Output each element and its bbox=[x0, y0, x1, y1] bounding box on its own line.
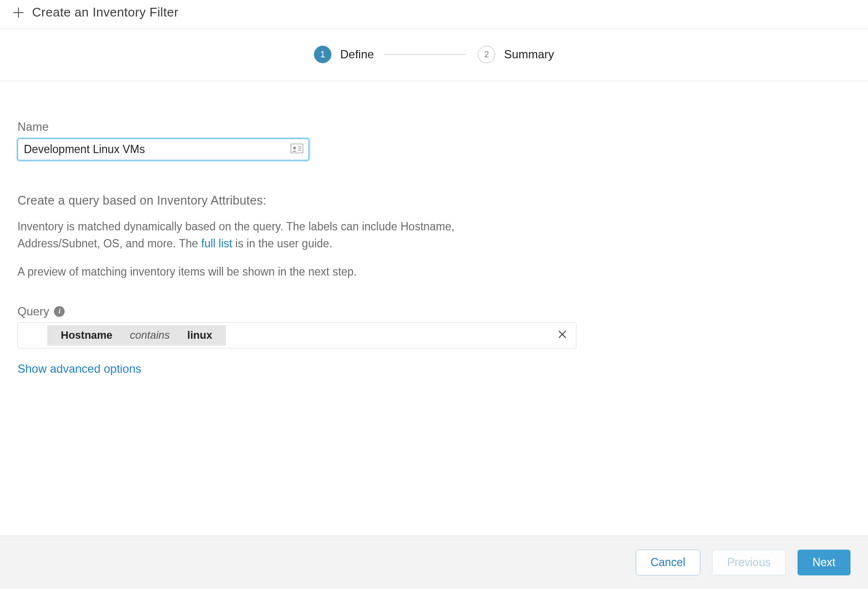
step-number: 2 bbox=[478, 46, 495, 63]
full-list-link[interactable]: full list bbox=[201, 237, 232, 250]
name-input[interactable] bbox=[17, 139, 309, 160]
plus-icon bbox=[12, 6, 25, 19]
wizard-footer: Cancel Previous Next bbox=[0, 536, 868, 589]
step-define[interactable]: 1 Define bbox=[314, 46, 374, 63]
info-icon[interactable]: i bbox=[54, 306, 65, 317]
chip-operator: contains bbox=[130, 329, 170, 342]
step-number: 1 bbox=[314, 46, 331, 63]
show-advanced-options-link[interactable]: Show advanced options bbox=[17, 362, 141, 376]
query-label: Query bbox=[17, 305, 49, 318]
step-summary[interactable]: 2 Summary bbox=[478, 46, 554, 63]
query-description: Inventory is matched dynamically based o… bbox=[17, 218, 503, 252]
chip-value: linux bbox=[187, 329, 212, 342]
next-button[interactable]: Next bbox=[798, 550, 851, 575]
page-title: Create an Inventory Filter bbox=[32, 5, 178, 20]
wizard-stepper: 1 Define 2 Summary bbox=[0, 29, 868, 81]
id-card-icon bbox=[291, 143, 303, 156]
query-chip[interactable]: Hostname contains linux bbox=[47, 325, 226, 346]
step-label: Summary bbox=[504, 48, 554, 61]
step-connector bbox=[384, 54, 467, 55]
form-content: Name Create a query based on Inventory A… bbox=[0, 81, 612, 395]
page-header: Create an Inventory Filter bbox=[0, 0, 868, 29]
previous-button[interactable]: Previous bbox=[712, 550, 785, 575]
step-label: Define bbox=[340, 48, 374, 61]
name-label: Name bbox=[17, 120, 595, 134]
clear-query-button[interactable] bbox=[553, 328, 572, 344]
desc-text-post: is in the user guide. bbox=[232, 237, 332, 250]
cancel-button[interactable]: Cancel bbox=[636, 550, 701, 575]
svg-point-3 bbox=[293, 146, 296, 149]
query-section-heading: Create a query based on Inventory Attrib… bbox=[17, 193, 595, 208]
query-input[interactable]: Hostname contains linux bbox=[17, 322, 576, 348]
chip-attribute: Hostname bbox=[61, 329, 112, 342]
preview-note: A preview of matching inventory items wi… bbox=[17, 265, 595, 278]
